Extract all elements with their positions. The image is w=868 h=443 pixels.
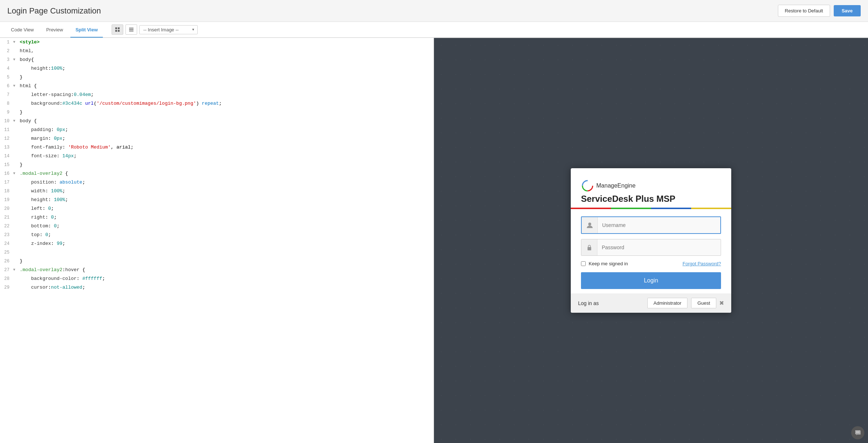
page-title: Login Page Customization: [7, 6, 101, 16]
page-header: Login Page Customization Restore to Defa…: [0, 0, 868, 22]
svg-point-14: [859, 432, 859, 432]
svg-rect-11: [588, 247, 591, 250]
code-line-22: 22 bottom: 0;: [0, 222, 434, 231]
user-icon: [582, 217, 598, 233]
log-in-as-bar: Log in as Administrator Guest ✖: [571, 293, 731, 313]
tab-split-view[interactable]: Split View: [70, 23, 103, 38]
guest-button[interactable]: Guest: [691, 298, 716, 308]
code-line-21: 21 right: 0;: [0, 213, 434, 222]
save-button[interactable]: Save: [834, 5, 861, 16]
log-in-as-label: Log in as: [578, 300, 647, 306]
administrator-button[interactable]: Administrator: [647, 298, 688, 308]
username-field-container: [581, 216, 721, 234]
password-field-container: [581, 239, 721, 256]
code-line-3: 3 ▼ body{: [0, 55, 434, 64]
password-input[interactable]: [597, 241, 721, 254]
svg-rect-3: [118, 30, 120, 32]
svg-rect-1: [118, 27, 120, 29]
code-line-4: 4 height:100%;: [0, 64, 434, 73]
color-bar-yellow: [691, 208, 731, 209]
tab-preview[interactable]: Preview: [41, 23, 68, 38]
svg-point-10: [588, 223, 591, 226]
code-line-10: 10 ▼ body {: [0, 117, 434, 126]
keep-signed-label: Keep me signed in: [589, 261, 628, 266]
code-line-13: 13 font-family: 'Roboto Medium', arial;: [0, 143, 434, 152]
code-line-23: 23 top: 0;: [0, 231, 434, 239]
insert-image-select[interactable]: -- Insert Image --: [139, 25, 198, 34]
color-bar-red: [571, 208, 611, 209]
code-line-14: 14 font-size: 14px;: [0, 152, 434, 161]
code-line-15: 15 }: [0, 161, 434, 169]
svg-rect-6: [129, 31, 133, 31]
keep-signed-checkbox[interactable]: [581, 261, 586, 266]
svg-point-13: [857, 432, 858, 432]
code-editor-pane[interactable]: 1 ▼ <style> 2 html, 3 ▼ body{ 4 height:1…: [0, 38, 434, 443]
login-button[interactable]: Login: [581, 272, 721, 289]
forgot-password-link[interactable]: Forgot Password?: [683, 261, 721, 266]
grid-view-button[interactable]: [112, 24, 123, 35]
color-bar-green: [611, 208, 651, 209]
code-line-16: 16 ▼ .modal-overlay2 {: [0, 169, 434, 178]
logo-container: ManageEngine: [581, 179, 721, 192]
color-bar-blue: [651, 208, 691, 209]
code-line-8: 8 background:#3c434c url('/custom/custom…: [0, 99, 434, 108]
svg-rect-2: [115, 30, 117, 32]
tab-code-view[interactable]: Code View: [6, 23, 39, 38]
code-line-12: 12 margin: 0px;: [0, 134, 434, 143]
code-line-18: 18 width: 100%;: [0, 187, 434, 196]
username-input[interactable]: [598, 219, 720, 232]
code-line-24: 24 z-index: 99;: [0, 239, 434, 248]
code-line-27: 27 ▼ .modal-overlay2:hover {: [0, 266, 434, 274]
toolbar: Code View Preview Split View -- Insert I…: [0, 22, 868, 38]
code-line-20: 20 left: 0;: [0, 204, 434, 213]
code-line-29: 29 cursor:not-allowed;: [0, 283, 434, 292]
code-line-17: 17 position: absolute;: [0, 178, 434, 187]
code-line-7: 7 letter-spacing:0.04em;: [0, 90, 434, 99]
code-line-1: 1 ▼ <style>: [0, 38, 434, 47]
code-line-28: 28 background-color: #ffffff;: [0, 274, 434, 283]
login-card: ManageEngine ServiceDesk Plus MSP: [571, 168, 731, 313]
main-content: 1 ▼ <style> 2 html, 3 ▼ body{ 4 height:1…: [0, 38, 868, 443]
keep-signed-row: Keep me signed in Forgot Password?: [581, 261, 721, 266]
keep-signed-left: Keep me signed in: [581, 261, 628, 266]
svg-point-12: [856, 432, 857, 432]
svg-rect-4: [129, 28, 133, 28]
code-line-9: 9 }: [0, 108, 434, 117]
code-line-6: 6 ▼ html {: [0, 82, 434, 90]
code-line-2: 2 html,: [0, 47, 434, 55]
restore-default-button[interactable]: Restore to Default: [778, 5, 830, 17]
logo-text-bottom: ServiceDesk Plus MSP: [581, 194, 721, 204]
lock-icon: [581, 239, 597, 255]
chat-icon[interactable]: [851, 426, 864, 439]
logo-text-top: ManageEngine: [596, 182, 636, 189]
code-line-19: 19 height: 100%;: [0, 196, 434, 204]
svg-rect-0: [115, 27, 117, 29]
header-actions: Restore to Default Save: [778, 5, 861, 17]
manage-engine-logo-icon: [581, 179, 594, 192]
code-line-11: 11 padding: 0px;: [0, 126, 434, 134]
svg-rect-5: [129, 29, 133, 30]
code-line-5: 5 }: [0, 73, 434, 82]
list-view-button[interactable]: [125, 24, 137, 35]
code-line-25: 25: [0, 248, 434, 257]
preview-pane: ManageEngine ServiceDesk Plus MSP: [434, 38, 868, 443]
color-bar: [571, 208, 731, 209]
log-in-as-buttons: Administrator Guest: [647, 298, 716, 308]
close-log-in-as-button[interactable]: ✖: [719, 300, 724, 307]
code-line-26: 26 }: [0, 257, 434, 266]
insert-image-wrapper[interactable]: -- Insert Image --: [139, 25, 198, 34]
